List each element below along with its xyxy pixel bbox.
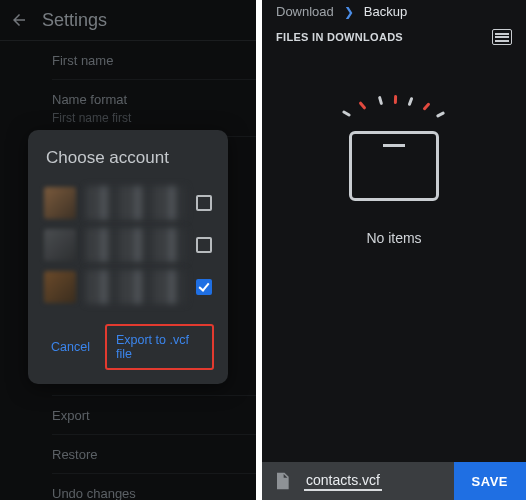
empty-state: No items [262, 95, 526, 246]
spark-decoration-icon [339, 95, 449, 125]
export-vcf-button[interactable]: Export to .vcf file [105, 324, 214, 370]
settings-item-label: Export [52, 408, 256, 423]
breadcrumb-current: Backup [364, 4, 407, 19]
avatar [44, 187, 76, 219]
section-header: FILES IN DOWNLOADS [262, 21, 526, 55]
settings-item[interactable]: Undo changes [52, 473, 256, 500]
filename-text: contacts.vcf [304, 472, 382, 491]
breadcrumb: Download ❯ Backup [262, 0, 526, 21]
back-arrow-icon[interactable] [10, 11, 28, 29]
settings-item-sub: First name first [52, 111, 256, 125]
settings-item[interactable]: Export [52, 395, 256, 434]
account-row[interactable] [42, 266, 214, 308]
breadcrumb-parent[interactable]: Download [276, 4, 334, 19]
left-phone: Settings First name Name format First na… [0, 0, 262, 500]
save-bar: contacts.vcf SAVE [262, 462, 526, 500]
filename-field[interactable]: contacts.vcf [304, 472, 444, 491]
account-checkbox[interactable] [196, 279, 212, 295]
section-label: FILES IN DOWNLOADS [276, 31, 403, 43]
settings-item-label: First name [52, 53, 256, 68]
dialog-actions: Cancel Export to .vcf file [42, 324, 214, 370]
account-name-redacted [86, 186, 186, 220]
settings-item[interactable]: Name format First name first [52, 79, 256, 136]
save-button[interactable]: SAVE [454, 462, 526, 500]
empty-text: No items [262, 230, 526, 246]
settings-item[interactable]: Restore [52, 434, 256, 473]
avatar [44, 229, 76, 261]
settings-header: Settings [0, 0, 256, 40]
settings-item-label: Name format [52, 92, 256, 107]
view-toggle-icon[interactable] [492, 29, 512, 45]
settings-item[interactable]: First name [52, 41, 256, 79]
avatar [44, 271, 76, 303]
account-name-redacted [86, 228, 186, 262]
account-name-redacted [86, 270, 186, 304]
empty-box-icon [349, 131, 439, 201]
dialog-title: Choose account [46, 148, 210, 168]
settings-item-label: Undo changes [52, 486, 256, 500]
right-phone: Download ❯ Backup FILES IN DOWNLOADS No … [262, 0, 526, 500]
settings-title: Settings [42, 10, 107, 31]
cancel-button[interactable]: Cancel [42, 333, 99, 361]
settings-item-label: Restore [52, 447, 256, 462]
choose-account-dialog: Choose account Cancel Export to .vcf fil… [28, 130, 228, 384]
document-icon [270, 469, 294, 493]
account-row[interactable] [42, 224, 214, 266]
account-row[interactable] [42, 182, 214, 224]
account-checkbox[interactable] [196, 195, 212, 211]
chevron-right-icon: ❯ [344, 5, 354, 19]
account-checkbox[interactable] [196, 237, 212, 253]
